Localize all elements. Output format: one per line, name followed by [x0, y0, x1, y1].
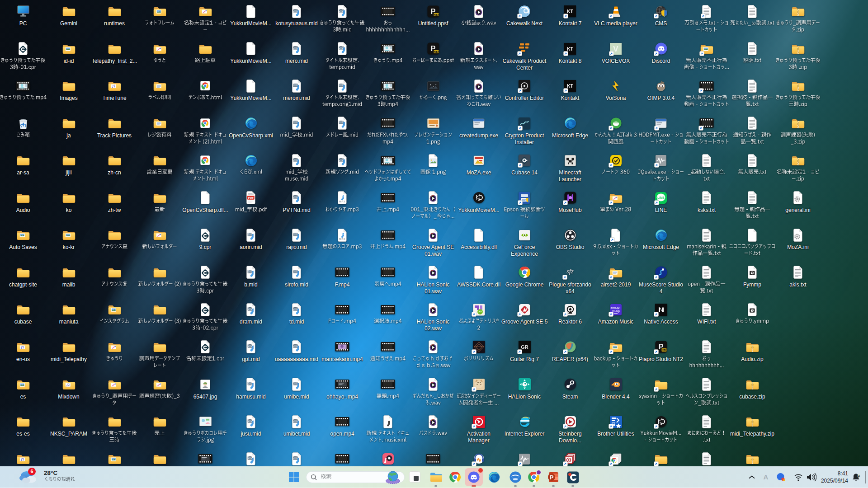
svg-text:P: P: [550, 474, 554, 481]
svg-text:z: z: [858, 474, 860, 478]
